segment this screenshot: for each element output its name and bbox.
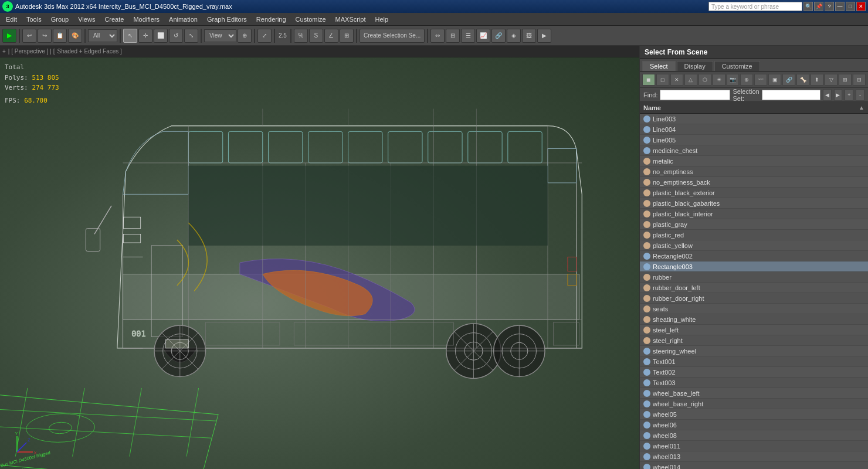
menu-animation[interactable]: Animation [164,15,202,24]
tab-display[interactable]: Display [677,61,713,71]
list-item[interactable]: wheel_base_right [640,399,868,409]
tab-customize[interactable]: Customize [714,61,760,71]
select-tool-button[interactable]: ↖ [123,29,137,43]
list-item[interactable]: no_emptiness_back [640,177,868,188]
list-item[interactable]: plastic_gray [640,219,868,230]
list-item[interactable]: Text002 [640,367,868,378]
menu-create[interactable]: Create [100,15,128,24]
list-item[interactable]: plastic_yellow [640,240,868,251]
use-pivot-center[interactable]: ⊕ [238,29,252,43]
list-item[interactable]: steel_right [640,335,868,346]
pt-lights[interactable]: ☀ [713,74,725,86]
menu-customize[interactable]: Customize [291,15,331,24]
list-item[interactable]: Rectangle002 [640,251,868,261]
layer-manager[interactable]: ☰ [461,29,475,43]
selection-set-input[interactable] [762,90,820,100]
move-transform[interactable]: ⤢ [257,29,272,43]
pt-xrefs[interactable]: 🔗 [782,74,795,86]
menu-modifiers[interactable]: Modifiers [128,15,164,24]
ss-remove[interactable]: - [856,89,864,101]
list-item[interactable]: Text003 [640,378,868,388]
material-editor[interactable]: ◈ [507,29,521,43]
quick-render[interactable]: ▶ [537,29,551,43]
list-item[interactable]: Line004 [640,124,868,135]
pt-groups[interactable]: ▣ [768,74,781,86]
reference-coord-dropdown[interactable]: View [204,29,236,42]
search-button[interactable]: 🔍 [803,2,813,11]
restore-button[interactable]: □ [846,2,855,11]
angle-snap[interactable]: ∠ [324,29,338,43]
list-item[interactable]: steering_wheel [640,346,868,356]
pt-filter[interactable]: ▽ [825,74,838,86]
pt-helpers[interactable]: ⊕ [740,74,753,86]
list-item[interactable]: rubber_door_right [640,293,868,304]
menu-maxscript[interactable]: MAXScript [331,15,371,24]
menu-edit[interactable]: Edit [1,15,22,24]
percent-snap[interactable]: % [294,29,308,43]
create-selection-set[interactable]: Create Selection Se... [360,29,425,43]
selection-filter-dropdown[interactable]: All [88,29,117,42]
redo-button[interactable]: ↪ [38,29,52,43]
list-item[interactable]: Text001 [640,356,868,367]
pt-select-all[interactable]: ◼ [642,74,655,86]
scene-object-list[interactable]: Line003Line004Line005medicine_chestmetal… [640,114,868,469]
pt-sort[interactable]: ⬆ [811,74,823,86]
list-item[interactable]: Line003 [640,114,868,124]
list-item[interactable]: sheating_white [640,314,868,325]
list-item[interactable]: rubber [640,272,868,283]
viewport-area[interactable]: + | [ Perspective ] | [ Shaded + Edged F… [0,46,639,469]
menu-rendering[interactable]: Rendering [252,15,291,24]
undo-button[interactable]: ↩ [22,29,36,43]
find-input[interactable] [660,90,730,100]
tab-select[interactable]: Select [642,61,676,71]
list-item[interactable]: plastic_black_exterior [640,188,868,198]
curve-editor[interactable]: 📈 [476,29,490,43]
pt-collapse[interactable]: ⊟ [853,74,866,86]
list-item[interactable]: wheel05 [640,409,868,420]
ss-next[interactable]: ▶ [834,89,843,101]
search-box[interactable]: Type a keyword or phrase [708,2,802,11]
list-item[interactable]: wheel08 [640,430,868,441]
mirror-button[interactable]: ⇔ [430,29,445,43]
list-item[interactable]: wheel014 [640,462,868,469]
list-item[interactable]: steel_left [640,325,868,335]
pt-geometry[interactable]: △ [684,74,697,86]
minimize-button[interactable]: — [835,2,845,11]
pt-expand[interactable]: ⊞ [839,74,852,86]
close-button[interactable]: ✕ [856,2,866,11]
list-item[interactable]: plastic_black_interior [640,209,868,219]
menu-graph-editors[interactable]: Graph Editors [202,15,252,24]
menu-tools[interactable]: Tools [22,15,46,24]
pin-button[interactable]: 📌 [814,2,823,11]
select-by-name-button[interactable]: 📋 [53,29,67,43]
menu-group[interactable]: Group [46,15,74,24]
list-item[interactable]: wheel06 [640,420,868,430]
align-button[interactable]: ⊟ [446,29,460,43]
snap-toggle[interactable]: S [309,29,323,43]
list-item[interactable]: plastic_black_gabarites [640,198,868,209]
spinner-snap[interactable]: ⊞ [340,29,354,43]
menu-help[interactable]: Help [371,15,394,24]
menu-views[interactable]: Views [73,15,100,24]
list-item[interactable]: Rectangle003 [640,261,868,272]
pt-bones[interactable]: 🦴 [796,74,809,86]
list-item[interactable]: medicine_chest [640,145,868,156]
render-scene[interactable]: 🖼 [522,29,536,43]
ss-add[interactable]: + [845,89,853,101]
pt-shapes[interactable]: ⬡ [699,74,711,86]
list-item[interactable]: no_emptiness [640,166,868,177]
app-logo-button[interactable]: ▶ [2,29,16,43]
rotate-button[interactable]: ↺ [169,29,183,43]
list-item[interactable]: wheel013 [640,451,868,462]
list-item[interactable]: metalic [640,156,868,166]
viewport-canvas[interactable]: Intercity Bus MCI D4500ct Rigged Vray Ma… [0,57,639,469]
list-item[interactable]: wheel_base_left [640,388,868,399]
list-item[interactable]: plastic_red [640,230,868,240]
list-item[interactable]: wheel011 [640,441,868,451]
select-region-button[interactable]: ⬜ [154,29,168,43]
ss-prev[interactable]: ◀ [823,89,832,101]
pt-none[interactable]: ✕ [670,74,683,86]
select-by-color-button[interactable]: 🎨 [68,29,82,43]
list-item[interactable]: rubber_door_left [640,283,868,293]
help-button[interactable]: ? [825,2,834,11]
